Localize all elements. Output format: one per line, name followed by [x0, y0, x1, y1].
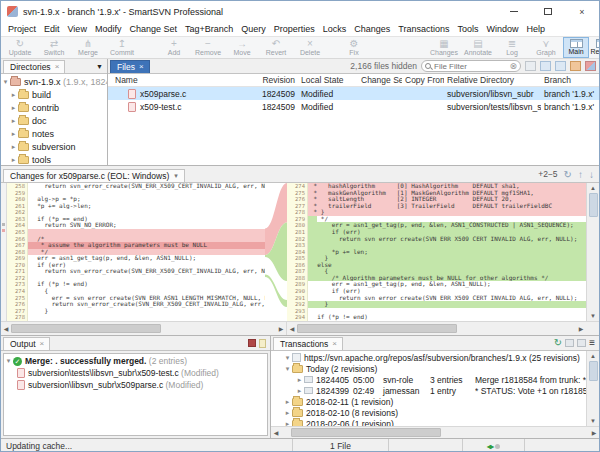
stop-icon[interactable]: [248, 339, 256, 347]
next-change-icon[interactable]: ↓: [589, 169, 594, 180]
file-filter-input[interactable]: [434, 62, 506, 71]
diff-vertical-scrollbar[interactable]: ▲ ▼: [586, 183, 599, 321]
chevron-down-icon[interactable]: ▾: [174, 172, 178, 180]
diff-overview-ruler[interactable]: [1, 183, 7, 321]
open-file-icon[interactable]: [540, 61, 551, 71]
transaction-group[interactable]: ▾ Today (2 revisions): [271, 363, 586, 374]
previous-change-icon[interactable]: ↑: [578, 169, 583, 180]
tree-folder[interactable]: ▸ build: [1, 88, 107, 101]
close-icon[interactable]: ×: [332, 340, 337, 348]
tree-root[interactable]: ▾ svn-1.9.x (1.9.x, 1824509): [1, 75, 107, 88]
repository-row[interactable]: ▾ https://svn.apache.org/repos/asf/subve…: [271, 352, 586, 363]
chevron-right-icon[interactable]: ▸: [283, 398, 292, 406]
toolbar-button[interactable]: ▤ Annotate: [461, 37, 495, 58]
close-icon[interactable]: ×: [139, 63, 144, 71]
menu-item[interactable]: Locks: [319, 24, 351, 34]
files-table-header[interactable]: Name Revision Local State Change Set Cop…: [108, 74, 599, 87]
chevron-right-icon[interactable]: ▸: [295, 387, 304, 395]
chevron-right-icon[interactable]: ▸: [9, 91, 18, 99]
scrollbar-thumb[interactable]: [291, 428, 441, 437]
review-perspective-button[interactable]: Review: [589, 37, 600, 58]
compare-icon[interactable]: [577, 339, 586, 347]
diff-right-pane[interactable]: 274 * hashAlgorithm [0] HashAlgorithm DE…: [287, 183, 586, 321]
scrollbar-thumb[interactable]: [297, 324, 457, 333]
output-header-row[interactable]: ▾ ✓ Merge: . successfully merged. (2 ent…: [4, 355, 267, 367]
menu-item[interactable]: Help: [523, 24, 550, 34]
chevron-down-icon[interactable]: ▾: [4, 357, 13, 365]
scrollbar-thumb[interactable]: [589, 193, 598, 217]
scroll-right-icon[interactable]: ▶: [589, 429, 599, 436]
menu-item[interactable]: Properties: [270, 24, 319, 34]
open-folder-icon[interactable]: [525, 61, 536, 71]
main-perspective-button[interactable]: Main: [563, 37, 589, 58]
transaction-revision[interactable]: ▸ 1824399 02:49 jamessan 1 entry * STATU…: [271, 385, 586, 396]
toolbar-button[interactable]: ⇄ Switch: [37, 37, 71, 58]
menu-item[interactable]: Changes: [350, 24, 394, 34]
refresh-diff-icon[interactable]: ↻: [564, 169, 572, 180]
tab-transactions[interactable]: Transactions ×: [273, 337, 343, 350]
show-file-icon[interactable]: [555, 61, 566, 71]
tab-files[interactable]: Files ×: [110, 60, 150, 73]
toolbar-button[interactable]: ▦ Changes: [427, 37, 461, 58]
clear-filter-icon[interactable]: ⊗: [509, 61, 517, 71]
toolbar-button[interactable]: × Delete: [293, 37, 327, 58]
transaction-group[interactable]: ▸ 2018-02-06 (1 revision): [271, 418, 586, 426]
scroll-right-icon[interactable]: ▶: [576, 325, 586, 332]
menu-item[interactable]: Tag+Branch: [181, 24, 237, 34]
menu-list-icon[interactable]: ≡: [589, 338, 595, 348]
transaction-revision[interactable]: ▸ 1824405 05:00 svn-role 3 entries Merge…: [271, 374, 586, 385]
minimize-button[interactable]: [497, 1, 531, 22]
chevron-right-icon[interactable]: ▸: [9, 104, 18, 112]
close-icon[interactable]: ×: [40, 340, 45, 348]
tree-folder[interactable]: ▸ subversion: [1, 140, 107, 153]
chevron-down-icon[interactable]: ▾: [283, 365, 292, 373]
panel-menu-icon[interactable]: ▼: [96, 63, 103, 70]
chevron-right-icon[interactable]: ▸: [9, 130, 18, 138]
transaction-group[interactable]: ▸ 2018-02-11 (1 revision): [271, 396, 586, 407]
toolbar-button[interactable]: ≣ Log: [495, 37, 529, 58]
scroll-down-icon[interactable]: ▼: [590, 416, 596, 426]
menu-item[interactable]: Window: [483, 24, 523, 34]
output-entry[interactable]: subversion\tests\libsvn_subr\x509-test.c…: [4, 367, 267, 379]
scrollbar-thumb[interactable]: [589, 361, 598, 381]
toolbar-button[interactable]: ↶ Revert: [259, 37, 293, 58]
diff-left-hscrollbar[interactable]: ◀ ▶: [1, 322, 287, 335]
chevron-right-icon[interactable]: ▸: [9, 156, 18, 164]
scrollbar-thumb[interactable]: [11, 324, 161, 333]
chevron-right-icon[interactable]: ▸: [295, 376, 304, 384]
menu-item[interactable]: Edit: [40, 24, 64, 34]
toolbar-button[interactable]: ↥ Commit: [105, 37, 139, 58]
menu-item[interactable]: Project: [4, 24, 40, 34]
close-icon[interactable]: ×: [55, 63, 60, 71]
scroll-left-icon[interactable]: ◀: [287, 325, 297, 332]
refresh-files-icon[interactable]: [585, 61, 596, 71]
toolbar-button[interactable]: − Remove: [191, 37, 225, 58]
tab-output[interactable]: Output ×: [3, 337, 50, 350]
file-row[interactable]: x509parse.c 1824509 Modified subversion/…: [108, 87, 599, 100]
scroll-up-icon[interactable]: ▲: [590, 351, 596, 361]
load-revisions-icon[interactable]: [565, 339, 574, 347]
clear-output-icon[interactable]: [259, 339, 266, 348]
chevron-right-icon[interactable]: ▸: [9, 143, 18, 151]
menu-item[interactable]: Query: [237, 24, 270, 34]
chevron-right-icon[interactable]: ▸: [9, 117, 18, 125]
output-entry[interactable]: subversion\libsvn_subr\x509parse.c (Modi…: [4, 379, 267, 391]
toolbar-button[interactable]: ↻ Update: [3, 37, 37, 58]
scroll-left-icon[interactable]: ◀: [1, 325, 11, 332]
maximize-button[interactable]: [531, 1, 565, 22]
tree-folder[interactable]: ▸ doc: [1, 114, 107, 127]
chevron-right-icon[interactable]: ▸: [283, 409, 292, 417]
transactions-vertical-scrollbar[interactable]: ▲ ▼: [586, 351, 599, 426]
menu-item[interactable]: Transactions: [394, 24, 453, 34]
tree-folder[interactable]: ▸ notes: [1, 127, 107, 140]
refresh-transactions-icon[interactable]: ↻: [554, 338, 562, 348]
tab-directories[interactable]: Directories ×: [3, 60, 65, 73]
toolbar-button[interactable]: + Add: [157, 37, 191, 58]
toolbar-button[interactable]: ⋎ Graph: [529, 37, 563, 58]
menu-item[interactable]: View: [64, 24, 91, 34]
scroll-left-icon[interactable]: ◀: [271, 429, 281, 436]
close-button[interactable]: ×: [565, 1, 599, 22]
chevron-down-icon[interactable]: ▾: [1, 78, 10, 86]
menu-item[interactable]: Change Set: [125, 24, 181, 34]
menu-item[interactable]: Modify: [91, 24, 126, 34]
